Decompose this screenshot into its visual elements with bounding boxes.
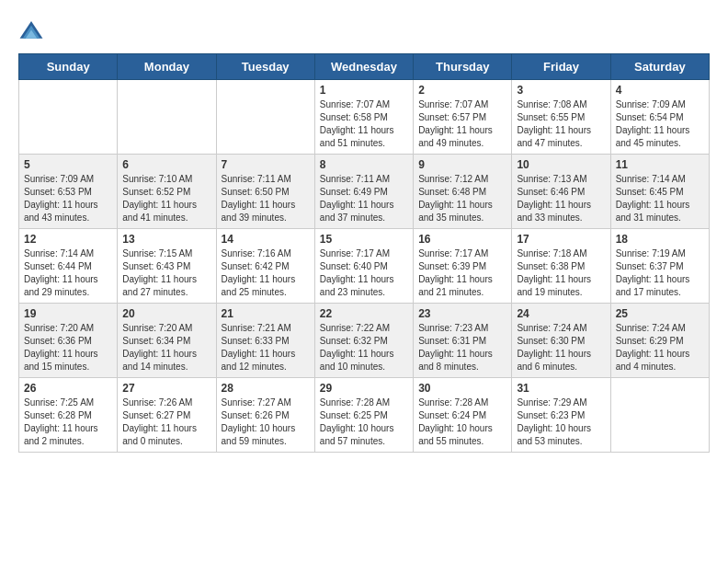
calendar-week-row: 26Sunrise: 7:25 AM Sunset: 6:28 PM Dayli… <box>19 378 710 453</box>
logo-icon <box>18 18 44 44</box>
day-of-week-saturday: Saturday <box>610 54 709 80</box>
day-info: Sunrise: 7:07 AM Sunset: 6:57 PM Dayligh… <box>418 98 506 150</box>
calendar-cell: 14Sunrise: 7:16 AM Sunset: 6:42 PM Dayli… <box>216 229 314 304</box>
day-number: 16 <box>418 233 506 246</box>
day-info: Sunrise: 7:26 AM Sunset: 6:27 PM Dayligh… <box>122 396 210 448</box>
day-number: 14 <box>222 233 310 246</box>
calendar-cell <box>610 378 709 453</box>
calendar-cell: 9Sunrise: 7:12 AM Sunset: 6:48 PM Daylig… <box>414 155 512 229</box>
day-info: Sunrise: 7:22 AM Sunset: 6:32 PM Dayligh… <box>320 322 408 373</box>
day-of-week-tuesday: Tuesday <box>216 54 314 80</box>
calendar-cell: 2Sunrise: 7:07 AM Sunset: 6:57 PM Daylig… <box>414 80 512 155</box>
day-info: Sunrise: 7:28 AM Sunset: 6:24 PM Dayligh… <box>418 396 506 448</box>
calendar-cell: 20Sunrise: 7:20 AM Sunset: 6:34 PM Dayli… <box>118 304 216 378</box>
calendar-cell: 26Sunrise: 7:25 AM Sunset: 6:28 PM Dayli… <box>19 378 118 453</box>
day-info: Sunrise: 7:10 AM Sunset: 6:52 PM Dayligh… <box>122 173 210 224</box>
calendar-cell <box>19 80 118 155</box>
calendar-cell: 23Sunrise: 7:23 AM Sunset: 6:31 PM Dayli… <box>414 304 512 378</box>
day-number: 8 <box>320 158 408 171</box>
day-number: 30 <box>418 382 506 395</box>
calendar-cell: 5Sunrise: 7:09 AM Sunset: 6:53 PM Daylig… <box>19 155 118 229</box>
day-info: Sunrise: 7:09 AM Sunset: 6:54 PM Dayligh… <box>616 98 704 150</box>
day-info: Sunrise: 7:14 AM Sunset: 6:45 PM Dayligh… <box>616 173 704 224</box>
day-number: 24 <box>517 307 605 320</box>
day-info: Sunrise: 7:19 AM Sunset: 6:37 PM Dayligh… <box>616 247 704 299</box>
day-info: Sunrise: 7:18 AM Sunset: 6:38 PM Dayligh… <box>517 247 605 299</box>
day-info: Sunrise: 7:17 AM Sunset: 6:39 PM Dayligh… <box>418 247 506 299</box>
calendar-cell: 30Sunrise: 7:28 AM Sunset: 6:24 PM Dayli… <box>414 378 512 453</box>
day-number: 26 <box>24 382 112 395</box>
day-info: Sunrise: 7:25 AM Sunset: 6:28 PM Dayligh… <box>24 396 112 448</box>
logo <box>18 18 48 44</box>
calendar-cell: 11Sunrise: 7:14 AM Sunset: 6:45 PM Dayli… <box>610 155 709 229</box>
day-of-week-wednesday: Wednesday <box>314 54 413 80</box>
calendar-cell: 8Sunrise: 7:11 AM Sunset: 6:49 PM Daylig… <box>314 155 413 229</box>
day-number: 21 <box>222 307 310 320</box>
day-info: Sunrise: 7:24 AM Sunset: 6:29 PM Dayligh… <box>616 322 704 373</box>
day-number: 22 <box>320 307 408 320</box>
day-number: 15 <box>320 233 408 246</box>
day-number: 27 <box>122 382 210 395</box>
day-number: 6 <box>122 158 210 171</box>
day-info: Sunrise: 7:11 AM Sunset: 6:50 PM Dayligh… <box>222 173 310 224</box>
day-number: 3 <box>517 84 605 97</box>
day-info: Sunrise: 7:27 AM Sunset: 6:26 PM Dayligh… <box>222 396 310 448</box>
calendar-cell: 19Sunrise: 7:20 AM Sunset: 6:36 PM Dayli… <box>19 304 118 378</box>
day-number: 28 <box>222 382 310 395</box>
calendar-cell: 31Sunrise: 7:29 AM Sunset: 6:23 PM Dayli… <box>512 378 610 453</box>
calendar-cell: 27Sunrise: 7:26 AM Sunset: 6:27 PM Dayli… <box>118 378 216 453</box>
calendar-cell: 22Sunrise: 7:22 AM Sunset: 6:32 PM Dayli… <box>314 304 413 378</box>
calendar-table: SundayMondayTuesdayWednesdayThursdayFrid… <box>18 53 710 453</box>
day-info: Sunrise: 7:15 AM Sunset: 6:43 PM Dayligh… <box>122 247 210 299</box>
day-number: 25 <box>616 307 704 320</box>
day-number: 10 <box>517 158 605 171</box>
calendar-week-row: 12Sunrise: 7:14 AM Sunset: 6:44 PM Dayli… <box>19 229 710 304</box>
day-number: 17 <box>517 233 605 246</box>
day-number: 18 <box>616 233 704 246</box>
day-info: Sunrise: 7:14 AM Sunset: 6:44 PM Dayligh… <box>24 247 112 299</box>
day-of-week-thursday: Thursday <box>414 54 512 80</box>
day-number: 2 <box>418 84 506 97</box>
calendar-cell: 17Sunrise: 7:18 AM Sunset: 6:38 PM Dayli… <box>512 229 610 304</box>
day-of-week-monday: Monday <box>118 54 216 80</box>
day-info: Sunrise: 7:23 AM Sunset: 6:31 PM Dayligh… <box>418 322 506 373</box>
calendar-week-row: 1Sunrise: 7:07 AM Sunset: 6:58 PM Daylig… <box>19 80 710 155</box>
calendar-cell: 4Sunrise: 7:09 AM Sunset: 6:54 PM Daylig… <box>610 80 709 155</box>
calendar-cell: 7Sunrise: 7:11 AM Sunset: 6:50 PM Daylig… <box>216 155 314 229</box>
day-info: Sunrise: 7:08 AM Sunset: 6:55 PM Dayligh… <box>517 98 605 150</box>
calendar-cell: 10Sunrise: 7:13 AM Sunset: 6:46 PM Dayli… <box>512 155 610 229</box>
calendar-cell: 1Sunrise: 7:07 AM Sunset: 6:58 PM Daylig… <box>314 80 413 155</box>
day-info: Sunrise: 7:17 AM Sunset: 6:40 PM Dayligh… <box>320 247 408 299</box>
calendar-cell: 18Sunrise: 7:19 AM Sunset: 6:37 PM Dayli… <box>610 229 709 304</box>
day-info: Sunrise: 7:21 AM Sunset: 6:33 PM Dayligh… <box>222 322 310 373</box>
calendar-cell: 24Sunrise: 7:24 AM Sunset: 6:30 PM Dayli… <box>512 304 610 378</box>
day-number: 11 <box>616 158 704 171</box>
day-info: Sunrise: 7:24 AM Sunset: 6:30 PM Dayligh… <box>517 322 605 373</box>
calendar-week-row: 5Sunrise: 7:09 AM Sunset: 6:53 PM Daylig… <box>19 155 710 229</box>
calendar-cell: 12Sunrise: 7:14 AM Sunset: 6:44 PM Dayli… <box>19 229 118 304</box>
day-info: Sunrise: 7:07 AM Sunset: 6:58 PM Dayligh… <box>320 98 408 150</box>
day-info: Sunrise: 7:29 AM Sunset: 6:23 PM Dayligh… <box>517 396 605 448</box>
day-number: 7 <box>222 158 310 171</box>
day-info: Sunrise: 7:16 AM Sunset: 6:42 PM Dayligh… <box>222 247 310 299</box>
calendar-cell: 15Sunrise: 7:17 AM Sunset: 6:40 PM Dayli… <box>314 229 413 304</box>
calendar-cell: 13Sunrise: 7:15 AM Sunset: 6:43 PM Dayli… <box>118 229 216 304</box>
day-number: 29 <box>320 382 408 395</box>
day-of-week-sunday: Sunday <box>19 54 118 80</box>
calendar-header-row: SundayMondayTuesdayWednesdayThursdayFrid… <box>19 54 710 80</box>
calendar-cell: 6Sunrise: 7:10 AM Sunset: 6:52 PM Daylig… <box>118 155 216 229</box>
calendar-cell <box>118 80 216 155</box>
day-number: 9 <box>418 158 506 171</box>
calendar-cell: 21Sunrise: 7:21 AM Sunset: 6:33 PM Dayli… <box>216 304 314 378</box>
calendar-cell: 3Sunrise: 7:08 AM Sunset: 6:55 PM Daylig… <box>512 80 610 155</box>
calendar-week-row: 19Sunrise: 7:20 AM Sunset: 6:36 PM Dayli… <box>19 304 710 378</box>
day-number: 23 <box>418 307 506 320</box>
day-number: 13 <box>122 233 210 246</box>
day-number: 1 <box>320 84 408 97</box>
day-of-week-friday: Friday <box>512 54 610 80</box>
day-info: Sunrise: 7:13 AM Sunset: 6:46 PM Dayligh… <box>517 173 605 224</box>
calendar-cell: 16Sunrise: 7:17 AM Sunset: 6:39 PM Dayli… <box>414 229 512 304</box>
day-number: 19 <box>24 307 112 320</box>
day-info: Sunrise: 7:12 AM Sunset: 6:48 PM Dayligh… <box>418 173 506 224</box>
day-number: 4 <box>616 84 704 97</box>
